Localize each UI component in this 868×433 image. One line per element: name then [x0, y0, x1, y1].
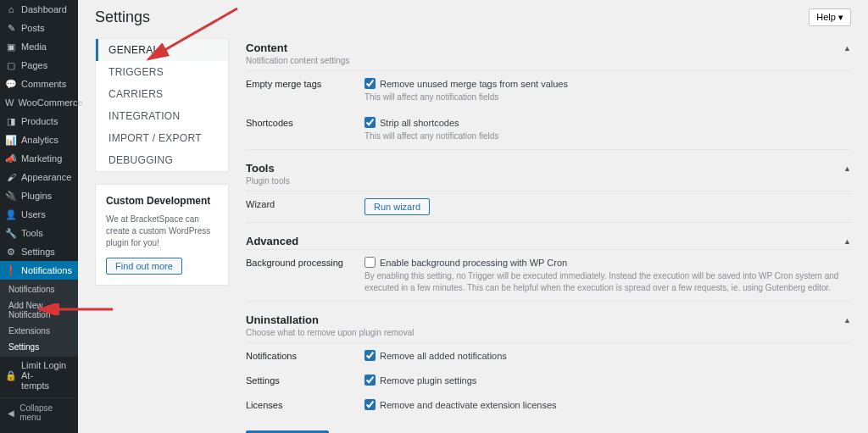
tab-carriers[interactable]: CARRIERS: [96, 83, 228, 105]
sidebar-item-dashboard[interactable]: ⌂Dashboard: [0, 0, 78, 19]
plugins-icon: 🔌: [5, 190, 17, 202]
sidebar-item-comments[interactable]: 💬Comments: [0, 75, 78, 93]
field-label-notif: Notifications: [246, 350, 364, 361]
label: Plugins: [21, 191, 52, 201]
checkbox-label: Enable background processing with WP Cro…: [380, 258, 567, 268]
tab-debugging[interactable]: DEBUGGING: [96, 149, 228, 171]
field-label-bg: Background processing: [246, 257, 364, 294]
admin-sidebar: ⌂Dashboard ✎Posts ▣Media ▢Pages 💬Comment…: [0, 0, 78, 433]
lock-icon: 🔒: [5, 369, 17, 381]
checkbox-remove-licenses[interactable]: Remove and deactivate extension licenses: [364, 399, 851, 410]
topbar: Settings Help ▾: [95, 8, 851, 26]
sidebar-item-media[interactable]: ▣Media: [0, 37, 78, 56]
tab-general[interactable]: GENERAL: [96, 39, 228, 61]
field-hint: This will affect any notification fields: [364, 130, 851, 142]
run-wizard-button[interactable]: Run wizard: [364, 198, 430, 215]
field-hint: This will affect any notification fields: [364, 92, 851, 103]
label: Dashboard: [21, 4, 67, 14]
checkbox-empty-merge-input[interactable]: [364, 78, 376, 89]
section-desc: Plugin tools: [246, 176, 851, 192]
checkbox-remove-settings-input[interactable]: [364, 375, 376, 386]
promo-text: We at BracketSpace can create a custom W…: [106, 214, 218, 249]
collapse-icon: ◀: [5, 407, 16, 419]
products-icon: ◨: [5, 115, 17, 127]
field-label-shortcodes: Shortcodes: [246, 117, 364, 142]
checkbox-bg-input[interactable]: [364, 257, 376, 268]
submenu-settings[interactable]: Settings: [0, 339, 78, 355]
tab-import-export[interactable]: IMPORT / EXPORT: [96, 127, 228, 149]
section-title: Tools: [246, 162, 275, 175]
sidebar-item-woocommerce[interactable]: WWooCommerce: [0, 93, 78, 112]
section-title: Content: [246, 42, 287, 54]
sidebar-item-tools[interactable]: 🔧Tools: [0, 224, 78, 242]
collapse-icon[interactable]: ▲: [843, 164, 851, 173]
label: Media: [21, 42, 47, 52]
checkbox-label: Strip all shortcodes: [380, 118, 459, 128]
checkbox-empty-merge[interactable]: Remove unused merge tags from sent value…: [364, 78, 851, 89]
page-title: Settings: [95, 8, 150, 26]
submenu-extensions[interactable]: Extensions: [0, 323, 78, 339]
submenu-notifications[interactable]: Notifications: [0, 281, 78, 297]
settings-content: Content ▲ Notification content settings …: [246, 38, 851, 433]
woocommerce-icon: W: [5, 97, 14, 108]
section-title: Advanced: [246, 235, 298, 247]
label: Comments: [21, 79, 66, 89]
notifications-icon: ❗: [5, 264, 17, 276]
checkbox-shortcodes[interactable]: Strip all shortcodes: [364, 117, 851, 128]
field-label-empty-merge: Empty merge tags: [246, 78, 364, 103]
sidebar-item-plugins[interactable]: 🔌Plugins: [0, 186, 78, 205]
label: Collapse menu: [19, 403, 73, 422]
collapse-icon[interactable]: ▲: [843, 237, 851, 246]
field-hint: By enabling this setting, no Trigger wil…: [364, 270, 851, 294]
label: Posts: [21, 23, 45, 33]
users-icon: 👤: [5, 208, 17, 220]
pages-icon: ▢: [5, 59, 17, 71]
checkbox-label: Remove unused merge tags from sent value…: [380, 79, 568, 89]
label: Notifications: [21, 265, 72, 275]
sidebar-item-users[interactable]: 👤Users: [0, 205, 78, 224]
submenu-add-new[interactable]: Add New Notification: [0, 297, 78, 323]
field-label-wizard: Wizard: [246, 198, 364, 215]
label: Settings: [21, 247, 55, 257]
field-label-settings: Settings: [246, 375, 364, 386]
checkbox-remove-licenses-input[interactable]: [364, 399, 376, 410]
promo-button[interactable]: Find out more: [106, 258, 182, 275]
collapse-icon[interactable]: ▲: [843, 44, 851, 53]
marketing-icon: 📣: [5, 153, 17, 164]
label: Analytics: [21, 135, 58, 145]
settings-tabs: GENERAL TRIGGERS CARRIERS INTEGRATION IM…: [95, 38, 229, 172]
checkbox-remove-notif[interactable]: Remove all added notifications: [364, 350, 851, 361]
label: WooCommerce: [18, 97, 82, 108]
checkbox-label: Remove all added notifications: [380, 351, 507, 361]
section-desc: Notification content settings: [246, 56, 851, 71]
sidebar-item-appearance[interactable]: 🖌Appearance: [0, 168, 78, 186]
section-title: Uninstallation: [246, 314, 319, 326]
tab-integration[interactable]: INTEGRATION: [96, 105, 228, 127]
sidebar-item-limit-login[interactable]: 🔒Limit Login At- tempts: [0, 357, 78, 394]
checkbox-bg-processing[interactable]: Enable background processing with WP Cro…: [364, 257, 851, 268]
tab-triggers[interactable]: TRIGGERS: [96, 61, 228, 83]
settings-icon: ⚙: [5, 246, 17, 258]
sidebar-item-pages[interactable]: ▢Pages: [0, 56, 78, 75]
tools-icon: 🔧: [5, 227, 17, 239]
checkbox-remove-settings[interactable]: Remove plugin settings: [364, 375, 851, 386]
sidebar-item-marketing[interactable]: 📣Marketing: [0, 149, 78, 168]
collapse-menu[interactable]: ◀Collapse menu: [0, 397, 78, 427]
checkbox-label: Remove and deactivate extension licenses: [380, 400, 557, 410]
sidebar-item-analytics[interactable]: 📊Analytics: [0, 130, 78, 149]
sidebar-item-settings[interactable]: ⚙Settings: [0, 242, 78, 261]
section-content: Content ▲ Notification content settings …: [246, 38, 851, 150]
checkbox-remove-notif-input[interactable]: [364, 350, 376, 361]
section-uninstall: Uninstallation ▲ Choose what to remove u…: [246, 310, 851, 417]
label: Marketing: [21, 153, 62, 164]
label: Users: [21, 209, 46, 219]
help-button[interactable]: Help ▾: [809, 8, 851, 26]
collapse-icon[interactable]: ▲: [843, 316, 851, 325]
label: Tools: [21, 228, 43, 238]
sidebar-item-products[interactable]: ◨Products: [0, 112, 78, 130]
checkbox-shortcodes-input[interactable]: [364, 117, 376, 128]
section-advanced: Advanced ▲ Background processing Enable …: [246, 231, 851, 302]
section-tools: Tools ▲ Plugin tools Wizard Run wizard: [246, 158, 851, 223]
sidebar-item-posts[interactable]: ✎Posts: [0, 19, 78, 37]
sidebar-item-notifications[interactable]: ❗Notifications: [0, 261, 78, 280]
